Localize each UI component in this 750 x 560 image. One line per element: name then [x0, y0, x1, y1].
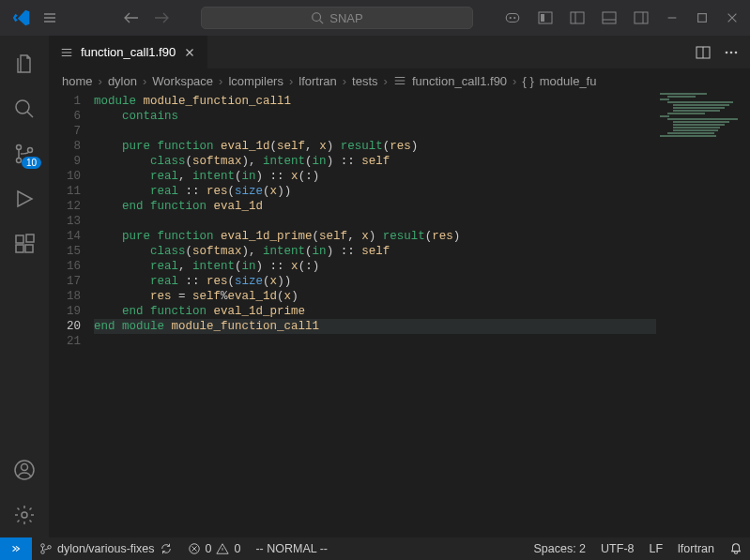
sync-icon[interactable]: [160, 542, 173, 555]
back-arrow-icon[interactable]: [120, 7, 143, 29]
breadcrumb-seg[interactable]: home: [62, 74, 93, 88]
layout-sidebar-left-icon[interactable]: [566, 7, 589, 29]
file-icon: [393, 74, 406, 87]
explorer-icon[interactable]: [0, 41, 49, 86]
error-count: 0: [206, 542, 212, 555]
tab-close-icon[interactable]: [183, 46, 196, 59]
breadcrumb-seg[interactable]: function_call1.f90: [412, 74, 507, 88]
svg-point-23: [730, 51, 733, 53]
svg-point-26: [41, 551, 45, 554]
remote-indicator[interactable]: [0, 537, 32, 560]
tab-bar: function_call1.f90: [49, 36, 750, 69]
layout-panel-bottom-icon[interactable]: [598, 7, 620, 29]
svg-point-24: [735, 51, 738, 53]
breadcrumb-seg[interactable]: tests: [352, 74, 377, 88]
breadcrumb-seg[interactable]: Workspace: [152, 74, 213, 88]
svg-rect-1: [506, 14, 519, 23]
branch-name: dylon/various-fixes: [57, 542, 155, 555]
maximize-icon[interactable]: [692, 8, 712, 28]
svg-rect-8: [635, 12, 648, 23]
error-icon: [188, 542, 201, 555]
indentation[interactable]: Spaces: 2: [526, 542, 593, 555]
code-editor[interactable]: 16789101112131415161718192021 module mod…: [49, 92, 750, 537]
eol[interactable]: LF: [642, 542, 671, 555]
warning-count: 0: [234, 542, 240, 555]
tab-function-call1[interactable]: function_call1.f90: [49, 36, 208, 68]
breadcrumb-seg[interactable]: module_fu: [540, 74, 597, 88]
breadcrumb-seg[interactable]: dylon: [108, 74, 137, 88]
svg-rect-9: [698, 14, 707, 23]
svg-point-22: [726, 51, 728, 53]
copilot-icon[interactable]: [500, 6, 525, 30]
warning-icon: [216, 542, 229, 555]
svg-point-3: [513, 17, 515, 19]
search-activity-icon[interactable]: [0, 86, 49, 131]
svg-point-25: [41, 544, 45, 548]
svg-point-12: [17, 159, 22, 163]
split-editor-icon[interactable]: [696, 45, 711, 60]
run-debug-icon[interactable]: [0, 176, 49, 221]
hamburger-menu[interactable]: [36, 10, 64, 25]
language-mode[interactable]: lfortran: [670, 542, 722, 555]
minimize-icon[interactable]: [662, 8, 682, 28]
status-bar: dylon/various-fixes 0 0 -- NORMAL -- Spa…: [0, 537, 750, 560]
vim-mode: -- NORMAL --: [248, 542, 335, 555]
editor-group: function_call1.f90 home› dylon› Workspac…: [49, 36, 750, 537]
svg-point-0: [313, 13, 321, 22]
breadcrumb-seg[interactable]: lfortran: [298, 74, 336, 88]
breadcrumb[interactable]: home› dylon› Workspace› lcompilers› lfor…: [49, 69, 750, 92]
svg-point-11: [17, 145, 22, 150]
command-center-search[interactable]: SNAP: [201, 7, 473, 29]
forward-arrow-icon[interactable]: [150, 7, 173, 29]
layout-panel-icon[interactable]: [534, 7, 557, 29]
git-branch[interactable]: dylon/various-fixes: [32, 542, 180, 555]
svg-rect-6: [571, 12, 584, 23]
svg-rect-16: [25, 245, 33, 252]
svg-rect-5: [541, 14, 544, 22]
extensions-icon[interactable]: [0, 221, 49, 266]
svg-rect-14: [16, 235, 23, 243]
more-actions-icon[interactable]: [724, 45, 739, 60]
minimap[interactable]: [656, 92, 750, 537]
titlebar: SNAP: [0, 0, 750, 36]
problems[interactable]: 0 0: [180, 542, 249, 555]
svg-point-10: [16, 100, 29, 114]
settings-gear-icon[interactable]: [0, 492, 49, 537]
svg-rect-17: [26, 235, 34, 242]
vscode-logo: [8, 8, 36, 27]
account-icon[interactable]: [0, 447, 49, 492]
svg-rect-7: [603, 12, 616, 23]
svg-point-2: [510, 17, 512, 19]
scm-badge: 10: [22, 157, 41, 169]
breadcrumb-seg[interactable]: lcompilers: [228, 74, 283, 88]
svg-point-20: [22, 512, 27, 518]
code-content[interactable]: module module_function_call1 contains pu…: [94, 92, 750, 537]
tab-label: function_call1.f90: [81, 45, 176, 59]
braces-icon: { }: [522, 74, 533, 88]
line-number-gutter: 16789101112131415161718192021: [49, 92, 94, 537]
titlebar-right-icons: [500, 6, 742, 30]
source-control-icon[interactable]: 10: [0, 131, 49, 176]
notifications-bell-icon[interactable]: [722, 542, 750, 555]
close-icon[interactable]: [722, 8, 742, 28]
layout-sidebar-right-icon[interactable]: [630, 7, 652, 29]
fortran-file-icon: [60, 46, 73, 59]
svg-rect-15: [16, 245, 23, 252]
search-icon: [311, 11, 324, 24]
nav-arrows: [120, 7, 173, 29]
search-placeholder: SNAP: [329, 11, 362, 25]
svg-point-19: [22, 464, 28, 471]
activity-bar: 10: [0, 36, 49, 537]
encoding[interactable]: UTF-8: [593, 542, 641, 555]
